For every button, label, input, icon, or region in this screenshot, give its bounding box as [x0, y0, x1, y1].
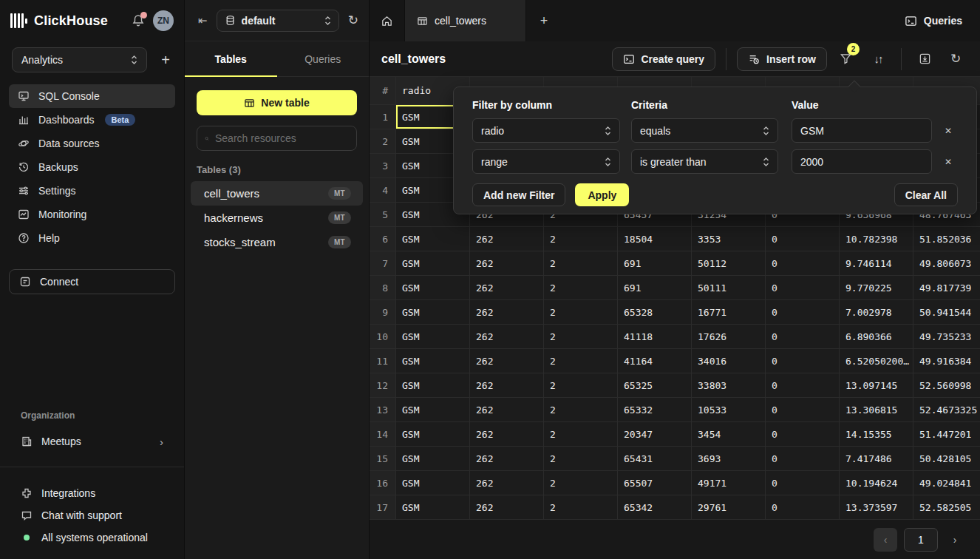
grid-cell[interactable]: GSM [396, 495, 470, 520]
sidebar-item-monitoring[interactable]: Monitoring [9, 203, 175, 226]
grid-cell[interactable]: 3693 [692, 447, 766, 471]
grid-cell[interactable]: 262 [470, 325, 544, 349]
grid-cell[interactable]: GSM [396, 276, 470, 300]
grid-cell[interactable]: 65332 [618, 398, 692, 422]
grid-cell[interactable]: 0 [766, 422, 840, 447]
grid-cell[interactable]: 3454 [692, 422, 766, 447]
grid-cell[interactable]: 2 [544, 471, 618, 495]
grid-cell[interactable]: GSM [396, 373, 470, 398]
add-workspace-button[interactable]: + [157, 52, 174, 67]
search-resources[interactable] [197, 126, 357, 151]
grid-cell[interactable]: 262 [470, 471, 544, 495]
grid-cell[interactable]: 7.002978 [840, 300, 913, 325]
sidebar-item-chat-support[interactable]: Chat with support [0, 504, 184, 526]
filter-criteria-select[interactable]: is greater than [631, 149, 778, 174]
grid-cell[interactable]: 13.097145 [840, 373, 913, 398]
grid-cell[interactable]: 50.941544 [913, 300, 980, 325]
grid-cell[interactable]: GSM [396, 325, 470, 349]
grid-cell[interactable]: 2 [544, 227, 618, 251]
filter-column-select[interactable]: range [472, 149, 620, 174]
grid-cell[interactable]: 0 [766, 227, 840, 251]
grid-cell[interactable]: 0 [766, 251, 840, 276]
system-status[interactable]: All systems operational [0, 526, 184, 549]
grid-cell[interactable]: 50.428105 [913, 447, 980, 471]
grid-cell[interactable]: GSM [396, 251, 470, 276]
refresh-table-button[interactable]: ↻ [943, 47, 968, 71]
grid-cell[interactable]: 52.560998 [913, 373, 980, 398]
grid-cell[interactable]: 262 [470, 276, 544, 300]
sidebar-item-meetups[interactable]: Meetups › [9, 430, 175, 453]
grid-cell[interactable]: 0 [766, 325, 840, 349]
table-list-item[interactable]: cell_towers MT [191, 181, 363, 206]
grid-cell[interactable]: 65342 [618, 495, 692, 520]
filter-value-input[interactable] [792, 118, 932, 143]
grid-cell[interactable]: 6.890366 [840, 325, 913, 349]
database-select[interactable]: default [217, 10, 339, 32]
grid-cell[interactable]: 34016 [692, 349, 766, 373]
grid-cell[interactable]: 0 [766, 276, 840, 300]
grid-cell[interactable]: GSM [396, 398, 470, 422]
grid-cell[interactable]: 262 [470, 251, 544, 276]
grid-cell[interactable]: GSM [396, 422, 470, 447]
filter-column-select[interactable]: radio [472, 118, 620, 143]
grid-cell[interactable]: GSM [396, 349, 470, 373]
collapse-panel-icon[interactable]: ⇤ [198, 14, 208, 27]
connect-button[interactable]: Connect [9, 269, 175, 294]
filter-button[interactable]: 2 [833, 47, 858, 71]
grid-cell[interactable]: 49171 [692, 471, 766, 495]
grid-cell[interactable]: 49.817739 [913, 276, 980, 300]
grid-cell[interactable]: 50111 [692, 276, 766, 300]
grid-cell[interactable]: 0 [766, 300, 840, 325]
prev-page-button[interactable]: ‹ [874, 528, 897, 552]
grid-cell[interactable]: 52.582505 [913, 495, 980, 520]
sidebar-item-sql-console[interactable]: SQL Console [9, 84, 175, 108]
grid-cell[interactable]: 20347 [618, 422, 692, 447]
new-tab-button[interactable]: + [526, 0, 562, 41]
grid-cell[interactable]: 7.417486 [840, 447, 913, 471]
grid-cell[interactable]: 2 [544, 422, 618, 447]
search-input[interactable] [215, 132, 349, 144]
insert-row-button[interactable]: Insert row [737, 47, 827, 71]
grid-cell[interactable]: 65507 [618, 471, 692, 495]
grid-cell[interactable]: 262 [470, 349, 544, 373]
grid-cell[interactable]: 41164 [618, 349, 692, 373]
filter-criteria-select[interactable]: equals [631, 118, 778, 143]
grid-cell[interactable]: 2 [544, 300, 618, 325]
grid-cell[interactable]: 10.782398 [840, 227, 913, 251]
notifications-bell-icon[interactable] [131, 13, 146, 28]
grid-cell[interactable]: 41118 [618, 325, 692, 349]
filter-value-input[interactable] [792, 149, 932, 174]
grid-cell[interactable]: 65431 [618, 447, 692, 471]
grid-cell[interactable]: 0 [766, 373, 840, 398]
grid-cell[interactable]: 16771 [692, 300, 766, 325]
page-number-input[interactable] [904, 528, 938, 552]
sidebar-item-data-sources[interactable]: Data sources [9, 132, 175, 155]
grid-cell[interactable]: 10.194624 [840, 471, 913, 495]
sidebar-item-settings[interactable]: Settings [9, 179, 175, 203]
grid-cell[interactable]: 691 [618, 251, 692, 276]
grid-cell[interactable]: 13.373597 [840, 495, 913, 520]
table-list-item[interactable]: stocks_stream MT [191, 230, 363, 254]
sidebar-item-dashboards[interactable]: Dashboards Beta [9, 108, 175, 132]
grid-cell[interactable]: 2 [544, 373, 618, 398]
queries-button[interactable]: Queries [905, 15, 962, 27]
grid-cell[interactable]: 9.746114 [840, 251, 913, 276]
grid-cell[interactable]: 49.735233 [913, 325, 980, 349]
grid-cell[interactable]: 2 [544, 349, 618, 373]
column-header[interactable]: # [370, 77, 396, 105]
grid-cell[interactable]: GSM [396, 227, 470, 251]
grid-cell[interactable]: 49.024841 [913, 471, 980, 495]
grid-cell[interactable]: 52.4673325 [913, 398, 980, 422]
grid-cell[interactable]: 0 [766, 349, 840, 373]
grid-cell[interactable]: 49.806073 [913, 251, 980, 276]
grid-cell[interactable]: 18504 [618, 227, 692, 251]
sidebar-item-help[interactable]: Help [9, 226, 175, 250]
grid-cell[interactable]: 29761 [692, 495, 766, 520]
clear-all-filters-button[interactable]: Clear All [894, 183, 958, 206]
grid-cell[interactable]: 3353 [692, 227, 766, 251]
create-query-button[interactable]: Create query [612, 47, 716, 71]
grid-cell[interactable]: 49.916384 [913, 349, 980, 373]
avatar[interactable]: ZN [153, 10, 174, 31]
grid-cell[interactable]: 6.52050200… [840, 349, 913, 373]
grid-cell[interactable]: 50112 [692, 251, 766, 276]
